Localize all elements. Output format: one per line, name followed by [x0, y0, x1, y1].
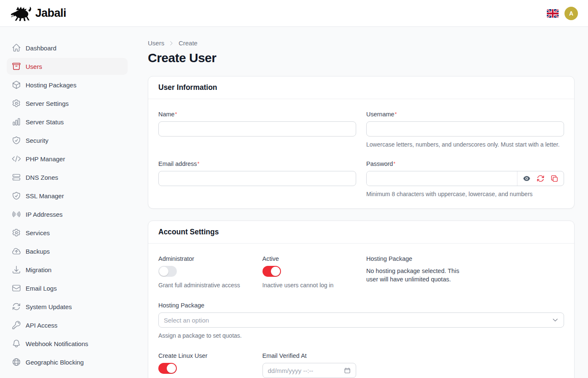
administrator-toggle[interactable]	[158, 266, 177, 277]
shield-check-icon	[12, 191, 21, 200]
sidebar-item-php-manager[interactable]: PHP Manager	[7, 150, 128, 167]
create-linux-user-label: Create Linux User	[158, 352, 252, 360]
show-password-button[interactable]	[522, 174, 531, 183]
sidebar-item-security[interactable]: Security	[7, 132, 128, 149]
required-asterisk: *	[197, 161, 200, 167]
required-asterisk: *	[395, 111, 397, 117]
sidebar-item-backups[interactable]: Backups	[7, 243, 128, 260]
sidebar-item-migration[interactable]: Migration	[7, 261, 128, 278]
password-input[interactable]	[367, 171, 517, 186]
sidebar-item-webhook-notifications[interactable]: Webhook Notifications	[7, 335, 128, 352]
copy-icon	[550, 174, 559, 183]
hosting-package-info: Hosting Package No hosting package selec…	[366, 255, 464, 289]
breadcrumb: Users Create	[148, 39, 575, 47]
administrator-field: Administrator Grant full administrative …	[158, 255, 252, 289]
package-icon	[12, 80, 21, 89]
required-asterisk: *	[394, 161, 396, 167]
eye-icon	[522, 174, 531, 183]
hosting-package-select-label: Hosting Package	[158, 301, 564, 310]
envelope-icon	[12, 284, 21, 293]
page-title: Create User	[148, 51, 575, 65]
sidebar-item-system-updates[interactable]: System Updates	[7, 298, 128, 315]
create-linux-user-field: Create Linux User	[158, 352, 252, 378]
bar-chart-icon	[12, 117, 21, 126]
password-label: Password*	[366, 160, 564, 168]
active-toggle[interactable]	[262, 266, 281, 277]
username-field: Username* Lowercase letters, numbers, an…	[366, 110, 564, 149]
password-hint: Minimum 8 characters with uppercase, low…	[366, 190, 564, 198]
user-information-card: User Information Name* Username*	[148, 76, 575, 209]
chevron-right-icon	[168, 40, 174, 46]
hosting-package-select-hint: Assign a package to set quotas.	[158, 331, 564, 340]
active-field: Active Inactive users cannot log in	[262, 255, 357, 289]
sidebar-item-server-status[interactable]: Server Status	[7, 113, 128, 130]
sidebar-item-ssl-manager[interactable]: SSL Manager	[7, 187, 128, 204]
home-icon	[12, 43, 21, 52]
avatar[interactable]: A	[564, 7, 578, 20]
administrator-label: Administrator	[158, 255, 252, 263]
key-icon	[12, 320, 21, 330]
sidebar-item-ip-addresses[interactable]: IP Addresses	[7, 206, 128, 223]
main-content: Users Create Create User User Informatio…	[134, 27, 588, 378]
brand[interactable]: Jabali	[10, 5, 66, 22]
server-stack-icon	[12, 173, 21, 182]
gear-icon	[12, 99, 21, 108]
email-verified-at-input[interactable]: dd/mm/yyyy --:--	[262, 363, 357, 378]
email-field: Email address*	[158, 160, 356, 198]
sidebar-item-dns-zones[interactable]: DNS Zones	[7, 169, 128, 186]
sidebar-item-services[interactable]: Services	[7, 224, 128, 241]
hosting-package-select[interactable]: Select an option	[158, 312, 564, 328]
username-label: Username*	[366, 110, 564, 118]
breadcrumb-users[interactable]: Users	[148, 39, 164, 47]
account-settings-card: Account Settings Administrator Grant ful…	[148, 220, 575, 378]
hosting-package-info-text: No hosting package selected. This user w…	[366, 267, 464, 284]
breadcrumb-create: Create	[178, 39, 197, 47]
refresh-icon	[12, 302, 21, 311]
active-hint: Inactive users cannot log in	[262, 281, 357, 289]
code-icon	[12, 154, 21, 163]
email-label: Email address*	[158, 160, 356, 168]
name-input[interactable]	[158, 121, 356, 136]
datetime-placeholder: dd/mm/yyyy --:--	[268, 367, 344, 374]
password-field: Password*	[366, 160, 564, 198]
sidebar-item-email-logs[interactable]: Email Logs	[7, 280, 128, 297]
copy-password-button[interactable]	[550, 174, 559, 183]
account-settings-title: Account Settings	[158, 228, 564, 236]
chevron-down-icon	[552, 317, 559, 323]
top-navbar: Jabali A	[0, 0, 588, 27]
email-verified-at-field: Email Verified At dd/mm/yyyy --:--	[262, 352, 357, 378]
generate-password-button[interactable]	[536, 174, 545, 183]
active-label: Active	[262, 255, 357, 263]
email-verified-at-label: Email Verified At	[262, 352, 357, 360]
bell-icon	[12, 339, 21, 348]
email-input[interactable]	[158, 171, 356, 186]
sidebar-item-users[interactable]: Users	[7, 58, 128, 75]
username-hint: Lowercase letters, numbers, and undersco…	[366, 140, 564, 149]
avatar-initial: A	[569, 10, 573, 17]
uk-flag-icon	[547, 9, 559, 18]
navbar-actions: A	[547, 7, 578, 20]
name-label: Name*	[158, 110, 356, 118]
gear-icon	[12, 228, 21, 237]
sidebar-item-geographic-blocking[interactable]: Geographic Blocking	[7, 354, 128, 370]
required-asterisk: *	[175, 111, 177, 117]
download-icon	[12, 265, 21, 274]
calendar-icon	[344, 367, 351, 374]
language-selector[interactable]	[547, 9, 559, 18]
administrator-hint: Grant full administrative access	[158, 281, 252, 289]
globe-icon	[12, 357, 21, 367]
refresh-icon	[536, 174, 545, 183]
sidebar-item-server-settings[interactable]: Server Settings	[7, 95, 128, 112]
boar-icon	[10, 5, 32, 22]
hosting-package-select-field: Hosting Package Select an option Assign …	[158, 301, 564, 340]
username-input[interactable]	[366, 121, 564, 136]
create-linux-user-toggle[interactable]	[158, 363, 177, 374]
sidebar-item-hosting-packages[interactable]: Hosting Packages	[7, 76, 128, 93]
sidebar-item-api-access[interactable]: API Access	[7, 317, 128, 333]
signal-icon	[12, 210, 21, 219]
brand-name: Jabali	[35, 7, 66, 20]
select-placeholder: Select an option	[164, 317, 552, 324]
hosting-package-info-label: Hosting Package	[366, 255, 464, 263]
sidebar: Dashboard Users Hosting Packages Server …	[0, 27, 134, 378]
sidebar-item-dashboard[interactable]: Dashboard	[7, 39, 128, 56]
